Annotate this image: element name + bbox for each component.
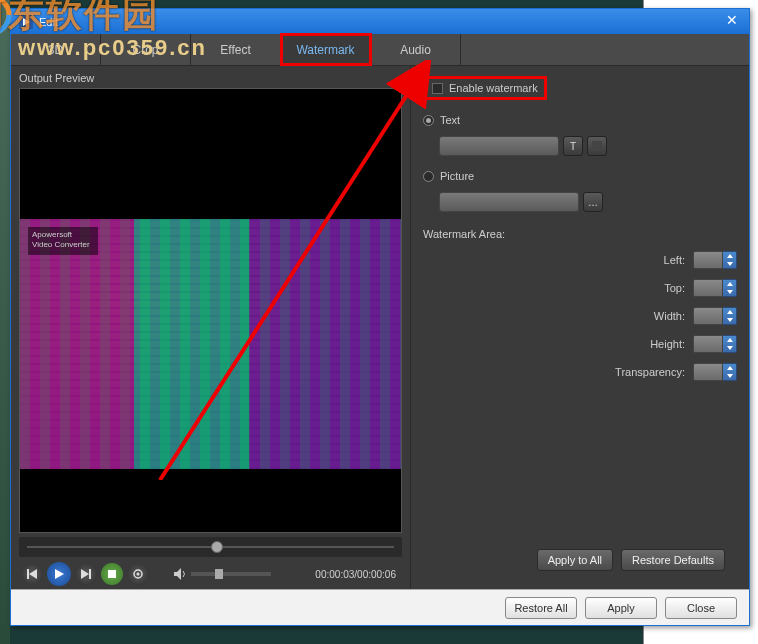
color-button[interactable] xyxy=(587,136,607,156)
height-spinner[interactable] xyxy=(693,335,737,353)
text-radio-label: Text xyxy=(440,114,460,126)
area-label: Watermark Area: xyxy=(423,228,737,240)
svg-point-12 xyxy=(137,573,140,576)
close-button[interactable]: Close xyxy=(665,597,737,619)
tab-watermark[interactable]: Watermark xyxy=(281,34,371,65)
watermark-settings: Enable watermark Text T Picture … Waterm… xyxy=(411,66,749,589)
apply-to-all-button[interactable]: Apply to All xyxy=(537,549,613,571)
stop-button[interactable] xyxy=(101,563,123,585)
tab-effect[interactable]: Effect xyxy=(191,34,281,65)
font-button[interactable]: T xyxy=(563,136,583,156)
titlebar: Edit ✕ xyxy=(11,9,749,34)
volume-slider[interactable] xyxy=(191,572,271,576)
play-button[interactable] xyxy=(47,562,71,586)
svg-marker-21 xyxy=(727,338,733,342)
restore-all-button[interactable]: Restore All xyxy=(505,597,577,619)
svg-marker-13 xyxy=(174,568,181,580)
width-spinner[interactable] xyxy=(693,307,737,325)
watermark-text-input[interactable] xyxy=(439,136,559,156)
edit-dialog: Edit ✕ 3D Crop Effect Watermark Audio Ou… xyxy=(10,8,750,626)
dialog-title: Edit xyxy=(39,16,58,28)
dialog-footer: Restore All Apply Close xyxy=(11,589,749,625)
restore-defaults-button[interactable]: Restore Defaults xyxy=(621,549,725,571)
prev-button[interactable] xyxy=(21,563,43,585)
transparency-spinner[interactable] xyxy=(693,363,737,381)
svg-marker-8 xyxy=(81,569,89,579)
output-preview-label: Output Preview xyxy=(19,72,402,84)
left-label: Left: xyxy=(664,254,685,266)
picture-path-input[interactable] xyxy=(439,192,579,212)
enable-watermark-label: Enable watermark xyxy=(449,82,538,94)
svg-marker-16 xyxy=(727,262,733,266)
preview-panel: Output Preview Apowersoft Video Converte… xyxy=(11,66,411,589)
volume-icon[interactable] xyxy=(173,567,187,581)
apply-button[interactable]: Apply xyxy=(585,597,657,619)
top-label: Top: xyxy=(664,282,685,294)
picture-radio[interactable] xyxy=(423,171,434,182)
svg-rect-9 xyxy=(89,569,91,579)
svg-marker-24 xyxy=(727,374,733,378)
next-button[interactable] xyxy=(75,563,97,585)
svg-marker-17 xyxy=(727,282,733,286)
enable-watermark-checkbox[interactable] xyxy=(432,83,443,94)
svg-marker-19 xyxy=(727,310,733,314)
svg-rect-6 xyxy=(27,569,29,579)
picture-radio-label: Picture xyxy=(440,170,474,182)
svg-marker-20 xyxy=(727,318,733,322)
svg-marker-15 xyxy=(727,254,733,258)
top-spinner[interactable] xyxy=(693,279,737,297)
left-spinner[interactable] xyxy=(693,251,737,269)
tab-3d[interactable]: 3D xyxy=(11,34,101,65)
svg-marker-23 xyxy=(727,366,733,370)
transparency-label: Transparency: xyxy=(615,366,685,378)
tab-audio[interactable]: Audio xyxy=(371,34,461,65)
browse-button[interactable]: … xyxy=(583,192,603,212)
svg-marker-22 xyxy=(727,346,733,350)
svg-rect-10 xyxy=(108,570,116,578)
tab-crop[interactable]: Crop xyxy=(101,34,191,65)
svg-marker-18 xyxy=(727,290,733,294)
seek-slider[interactable] xyxy=(19,537,402,557)
video-preview: Apowersoft Video Converter xyxy=(19,88,402,533)
preview-badge: Apowersoft Video Converter xyxy=(28,227,98,255)
width-label: Width: xyxy=(654,310,685,322)
timecode: 00:00:03/00:00:06 xyxy=(315,569,396,580)
height-label: Height: xyxy=(650,338,685,350)
close-icon[interactable]: ✕ xyxy=(723,12,741,30)
svg-marker-5 xyxy=(29,569,37,579)
svg-rect-14 xyxy=(592,141,602,151)
snapshot-button[interactable] xyxy=(127,563,149,585)
app-icon xyxy=(19,15,33,29)
text-radio[interactable] xyxy=(423,115,434,126)
svg-marker-7 xyxy=(55,569,64,579)
tab-bar: 3D Crop Effect Watermark Audio xyxy=(11,34,749,66)
